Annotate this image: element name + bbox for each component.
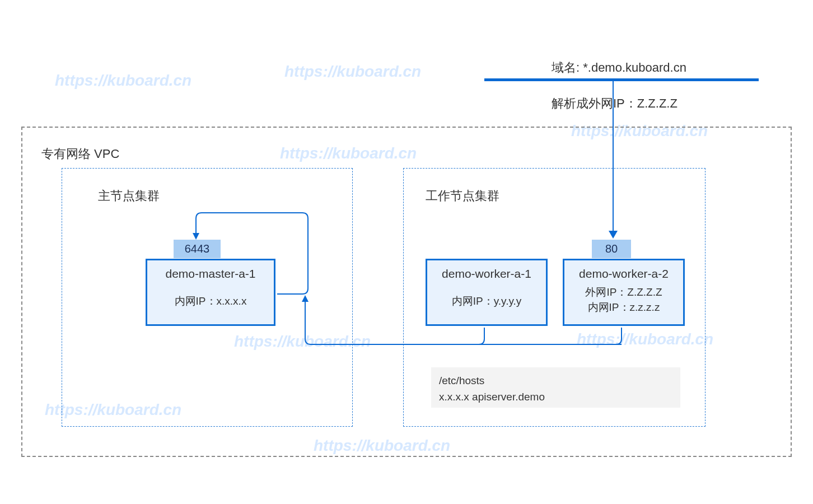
node-worker2-intranet: 内网IP：z.z.z.z <box>564 300 683 315</box>
resolve-ip-label: 解析成外网IP：Z.Z.Z.Z <box>552 95 678 112</box>
node-worker2-name: demo-worker-a-2 <box>564 260 683 282</box>
node-worker2-extranet: 外网IP：Z.Z.Z.Z <box>564 285 683 300</box>
port-6443-chip: 6443 <box>174 240 221 258</box>
node-worker2-box: demo-worker-a-2 外网IP：Z.Z.Z.Z 内网IP：z.z.z.… <box>563 259 685 326</box>
node-worker1-name: demo-worker-a-1 <box>427 260 546 282</box>
etc-hosts-box: /etc/hosts x.x.x.x apiserver.demo <box>431 367 680 408</box>
master-cluster-label: 主节点集群 <box>98 188 160 204</box>
node-master-intranet: 内网IP：x.x.x.x <box>147 294 274 309</box>
watermark: https://kuboard.cn <box>284 63 421 81</box>
domain-underline <box>484 78 759 81</box>
domain-label: 域名: *.demo.kuboard.cn <box>552 59 686 76</box>
watermark: https://kuboard.cn <box>55 72 191 90</box>
port-80-chip: 80 <box>592 240 631 258</box>
hosts-line1: /etc/hosts <box>439 373 672 389</box>
node-master-name: demo-master-a-1 <box>147 260 274 282</box>
hosts-line2: x.x.x.x apiserver.demo <box>439 389 672 405</box>
worker-cluster-label: 工作节点集群 <box>426 188 499 204</box>
node-worker1-intranet: 内网IP：y.y.y.y <box>427 294 546 309</box>
vpc-label: 专有网络 VPC <box>41 146 119 162</box>
node-master-box: demo-master-a-1 内网IP：x.x.x.x <box>146 259 275 326</box>
node-worker1-box: demo-worker-a-1 内网IP：y.y.y.y <box>426 259 548 326</box>
